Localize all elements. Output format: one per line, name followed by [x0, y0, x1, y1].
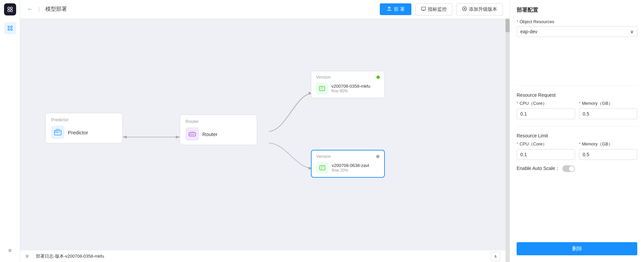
page-title: 模型部署 [45, 6, 67, 13]
deploy-upload-icon [387, 6, 392, 12]
main-content: ← | 模型部署 部 署 指标监控 [20, 0, 510, 262]
object-resources-group: * Object Resources eap-dev ∨ [517, 19, 637, 79]
svg-rect-13 [55, 131, 57, 133]
version2-body: v200708-0638-zavt flow 20% [316, 162, 379, 174]
cpu-request-input[interactable] [517, 108, 575, 119]
divider2 [517, 126, 637, 126]
cpu-limit-group: * CPU（Core） [517, 141, 575, 160]
header: ← | 模型部署 部 署 指标监控 [20, 0, 510, 19]
header-actions: 部 署 指标监控 添加升级版本 [380, 3, 503, 15]
predictor-node-label: Predictor [68, 130, 88, 135]
svg-point-7 [10, 29, 12, 31]
memory-limit-input[interactable] [579, 149, 638, 160]
log-text: 部署日志-版本-v200708-0358-mkfu [36, 253, 104, 259]
version2-info: v200708-0638-zavt flow 20% [332, 163, 369, 173]
toggle-knob [569, 166, 574, 171]
version1-info: v200708-0358-mkfu flow 80% [331, 84, 370, 93]
deploy-button[interactable]: 部 署 [380, 3, 411, 15]
router-node-body: Router [186, 127, 251, 141]
menu-icon: ≡ [26, 253, 29, 259]
canvas-scrollbar[interactable] [506, 19, 510, 262]
sidebar-bottom: ≡ [4, 245, 16, 262]
cpu-limit-input[interactable] [517, 149, 575, 160]
divider1 [517, 85, 637, 86]
resource-limit-title: Resource Limit [517, 133, 637, 138]
predictor-node[interactable]: Predictor Predictor [45, 113, 123, 143]
header-divider: | [38, 6, 40, 13]
auto-scale-section: Enable Auto Scale： [517, 165, 637, 172]
back-icon: ← [27, 6, 33, 13]
right-panel: 部署配置 * Object Resources eap-dev ∨ Resour… [510, 0, 644, 262]
delete-button[interactable]: 删除 [517, 242, 637, 255]
memory-request-input[interactable] [579, 108, 638, 119]
memory-request-group: * Memory（GB） [579, 100, 638, 119]
router-node[interactable]: Router Router [180, 115, 257, 145]
svg-point-1 [10, 7, 12, 9]
menu-lines-icon: ≡ [8, 248, 11, 254]
svg-point-0 [8, 7, 10, 9]
req-cpu-star: * [517, 101, 520, 106]
version2-node[interactable]: Version v200708-0638-zavt flow 20% [311, 150, 385, 178]
object-resources-label: * Object Resources [517, 19, 637, 24]
predictor-icon [51, 126, 65, 139]
version2-header: Version [316, 154, 379, 159]
version1-status [376, 76, 380, 79]
canvas-area: Predictor Predictor Router [20, 19, 510, 262]
router-icon [186, 127, 199, 141]
resource-limit-row: * CPU（Core） * Memory（GB） [517, 141, 637, 160]
version2-status [376, 155, 379, 158]
cpu-request-group: * CPU（Core） [517, 100, 575, 119]
up-arrow-icon: ∧ [494, 254, 497, 259]
monitor-button[interactable]: 指标监控 [415, 3, 452, 15]
svg-rect-18 [319, 86, 325, 91]
svg-point-4 [8, 26, 9, 28]
upgrade-button-label: 添加升级版本 [469, 6, 497, 12]
lim-mem-star: * [579, 141, 582, 146]
svg-point-17 [193, 134, 194, 135]
panel-spacer [517, 177, 637, 237]
sidebar-item-main[interactable] [4, 22, 16, 34]
version2-icon [316, 162, 328, 174]
cpu-request-label: * CPU（Core） [517, 100, 575, 106]
bottom-bar: ≡ 部署日志-版本-v200708-0358-mkfu ∧ [20, 250, 506, 262]
svg-point-16 [192, 134, 193, 135]
router-node-label: Router [202, 131, 217, 137]
scroll-up-button[interactable]: ∧ [491, 252, 500, 261]
svg-point-15 [190, 134, 191, 135]
version2-flow: flow 20% [332, 168, 369, 173]
upgrade-button[interactable]: 添加升级版本 [456, 3, 503, 15]
svg-rect-19 [320, 166, 325, 170]
svg-point-6 [8, 29, 9, 31]
scrollbar-thumb[interactable] [506, 19, 510, 32]
object-resources-select[interactable]: eap-dev ∨ [517, 26, 637, 37]
panel-title: 部署配置 [517, 7, 637, 14]
req-mem-star: * [579, 101, 582, 106]
memory-limit-label: * Memory（GB） [579, 141, 638, 147]
add-icon [462, 6, 467, 12]
resource-limit-section: Resource Limit * CPU（Core） * Memory（GB） [517, 133, 637, 160]
version1-node[interactable]: Version v200708-0358-mkfu flow 80% [311, 71, 385, 98]
version1-title: Version [316, 75, 330, 80]
sidebar: ≡ [0, 0, 20, 262]
version1-flow: flow 80% [331, 89, 370, 93]
monitor-icon [421, 6, 426, 12]
lim-cpu-star: * [517, 141, 520, 146]
chevron-down-icon: ∨ [630, 29, 634, 34]
flow-container: Predictor Predictor Router [20, 19, 506, 262]
memory-limit-group: * Memory（GB） [579, 141, 638, 160]
router-node-title: Router [186, 119, 251, 124]
version1-body: v200708-0358-mkfu flow 80% [316, 82, 380, 94]
sidebar-menu-icon[interactable]: ≡ [4, 245, 16, 257]
predictor-node-title: Predictor [51, 117, 117, 122]
version1-icon [316, 82, 328, 94]
required-star: * [517, 19, 518, 24]
back-button[interactable]: ← [27, 6, 33, 13]
version2-title: Version [316, 154, 331, 159]
svg-point-5 [10, 26, 12, 28]
cpu-limit-label: * CPU（Core） [517, 141, 575, 147]
resource-request-title: Resource Request [517, 92, 637, 98]
auto-scale-toggle[interactable] [562, 165, 575, 172]
svg-point-2 [8, 10, 10, 12]
auto-scale-label: Enable Auto Scale： [517, 166, 560, 172]
svg-point-3 [10, 10, 12, 12]
